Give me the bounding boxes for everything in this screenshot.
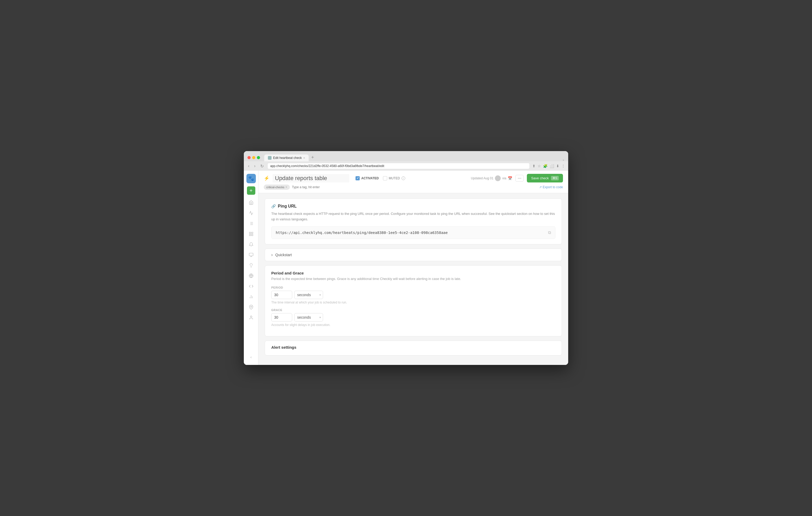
svg-rect-6 (249, 232, 251, 234)
tag-critical-checks: critical-checks × (264, 185, 290, 190)
updated-avatar (495, 175, 501, 181)
check-header-row2: critical-checks × ↗ Export to code (264, 185, 563, 190)
quickstart-label: Quickstart (275, 253, 292, 257)
sidebar-item-lists[interactable] (246, 219, 256, 228)
browser-toolbar-icons: ⬆ ☆ 🧩 ⬜ ⬇ ⋮ (532, 164, 565, 168)
alert-settings-title: Alert settings (271, 345, 555, 350)
more-options-button[interactable]: ⋯ (515, 175, 524, 182)
calendar-icon: 📅 (508, 176, 512, 180)
period-unit-wrapper: seconds minutes hours days ▾ (294, 291, 323, 299)
sidebar-item-dashboards[interactable] (246, 229, 256, 239)
check-header-row1: ⚡ ✓ ACTIVATED MUTED i (264, 174, 563, 182)
tab-favicon (268, 156, 271, 160)
tabs-chevron[interactable]: ⌄ (562, 158, 564, 161)
save-check-label: Save check (531, 176, 549, 180)
maximize-traffic-light[interactable] (257, 156, 260, 159)
sidebar-item-locations[interactable] (246, 302, 256, 312)
traffic-lights (248, 156, 260, 159)
quickstart-section[interactable]: › Quickstart (265, 249, 562, 261)
share-icon[interactable]: ⬆ (532, 164, 535, 168)
forward-button[interactable]: › (253, 163, 256, 169)
activated-checkbox[interactable]: ✓ (355, 176, 360, 180)
sidebar-icon-browser[interactable]: ⬜ (550, 164, 554, 168)
address-bar: ‹ › ↻ ⬆ ☆ 🧩 ⬜ ⬇ ⋮ (244, 161, 568, 171)
check-name-input[interactable] (272, 174, 349, 182)
sidebar-item-code[interactable] (246, 281, 256, 291)
ping-url-card: 🔗 Ping URL The heartbeat check expects a… (265, 199, 562, 244)
back-button[interactable]: ‹ (247, 163, 250, 169)
active-tab[interactable]: Edit heartbeat check × (264, 154, 309, 161)
export-label: Export to code (543, 185, 563, 189)
muted-checkbox[interactable] (383, 176, 387, 180)
address-input[interactable] (267, 163, 530, 169)
ping-url-description: The heartbeat check expects a HTTP reque… (271, 211, 555, 222)
ping-url-card-body: 🔗 Ping URL The heartbeat check expects a… (265, 199, 562, 244)
updated-text: Updated Aug 01 via 📅 (471, 175, 512, 181)
grace-unit-wrapper: seconds minutes hours days ▾ (294, 313, 323, 322)
grace-field-row: seconds minutes hours days ▾ (271, 313, 555, 322)
save-shortcut-badge: ⌘S (551, 176, 559, 180)
grace-label: GRACE (271, 308, 555, 311)
save-check-button[interactable]: Save check ⌘S (527, 174, 563, 182)
tabs-bar: Edit heartbeat check × + ⌄ (264, 154, 564, 161)
ping-url-box: https://api.checklyhq.com/heartbeats/pin… (271, 226, 555, 239)
period-input[interactable] (271, 291, 292, 299)
muted-label-text: MUTED (389, 177, 400, 180)
add-button[interactable]: + (247, 186, 255, 195)
svg-rect-10 (249, 253, 253, 256)
download-icon[interactable]: ⬇ (556, 164, 559, 168)
extension-icon[interactable]: 🧩 (543, 164, 548, 168)
link-icon: 🔗 (271, 204, 276, 208)
grace-input[interactable] (271, 313, 292, 322)
sidebar-item-insights[interactable] (246, 261, 256, 270)
copy-url-button[interactable]: ⧉ (548, 230, 551, 235)
tab-close-button[interactable]: × (303, 156, 305, 159)
menu-icon[interactable]: ⋮ (561, 164, 565, 168)
grace-unit-select[interactable]: seconds minutes hours days (294, 313, 323, 322)
svg-rect-8 (252, 235, 253, 236)
tag-remove-button[interactable]: × (285, 185, 287, 189)
check-status-controls: ✓ ACTIVATED MUTED i (355, 176, 405, 180)
activated-checkbox-group[interactable]: ✓ ACTIVATED (355, 176, 379, 180)
period-label: PERIOD (271, 286, 555, 289)
new-tab-button[interactable]: + (309, 154, 316, 161)
sidebar-item-reports[interactable] (246, 292, 256, 301)
sidebar-collapse-button[interactable]: ‹ (246, 352, 256, 362)
check-type-icon: ⚡ (264, 175, 269, 181)
ping-url-title-text: Ping URL (278, 204, 297, 209)
sidebar-item-alerts[interactable] (246, 240, 256, 249)
app-logo[interactable]: 🐾 (246, 174, 256, 183)
period-grace-container: Period and Grace Period is the expected … (265, 265, 562, 336)
sidebar-item-checks[interactable] (246, 208, 256, 218)
activated-label: ACTIVATED (361, 177, 379, 180)
svg-rect-9 (249, 235, 251, 236)
sidebar-item-home[interactable] (246, 198, 256, 207)
muted-checkbox-group[interactable]: MUTED i (383, 176, 405, 180)
refresh-button[interactable]: ↻ (259, 163, 265, 169)
title-bar: Edit heartbeat check × + ⌄ (244, 151, 568, 161)
close-traffic-light[interactable] (248, 156, 251, 159)
app-layout: 🐾 + (244, 171, 568, 365)
main-content: ⚡ ✓ ACTIVATED MUTED i (258, 171, 568, 365)
svg-point-21 (250, 316, 252, 317)
via-text: via (502, 177, 506, 180)
export-to-code-link[interactable]: ↗ Export to code (539, 185, 563, 189)
browser-window: Edit heartbeat check × + ⌄ ‹ › ↻ ⬆ ☆ 🧩 ⬜… (244, 151, 568, 365)
period-hint: The time interval at which your job is s… (271, 301, 555, 304)
period-unit-select[interactable]: seconds minutes hours days (294, 291, 323, 299)
bookmark-icon[interactable]: ☆ (538, 164, 541, 168)
sidebar-item-users[interactable] (246, 313, 256, 322)
ping-url-value: https://api.checklyhq.com/heartbeats/pin… (276, 231, 447, 235)
check-header-right: Updated Aug 01 via 📅 ⋯ Save check ⌘S (471, 174, 563, 182)
ping-url-title: 🔗 Ping URL (271, 204, 555, 209)
sidebar-item-monitors[interactable] (246, 250, 256, 260)
muted-info-icon[interactable]: i (402, 177, 405, 180)
tab-title: Edit heartbeat check (273, 156, 301, 160)
grace-hint: Accounts for slight delays in job execut… (271, 323, 555, 327)
tag-input[interactable] (292, 185, 334, 189)
svg-rect-7 (252, 232, 253, 234)
sidebar-item-global[interactable] (246, 271, 256, 280)
check-header: ⚡ ✓ ACTIVATED MUTED i (258, 171, 568, 193)
minimize-traffic-light[interactable] (252, 156, 255, 159)
content-area: 🔗 Ping URL The heartbeat check expects a… (258, 193, 568, 365)
